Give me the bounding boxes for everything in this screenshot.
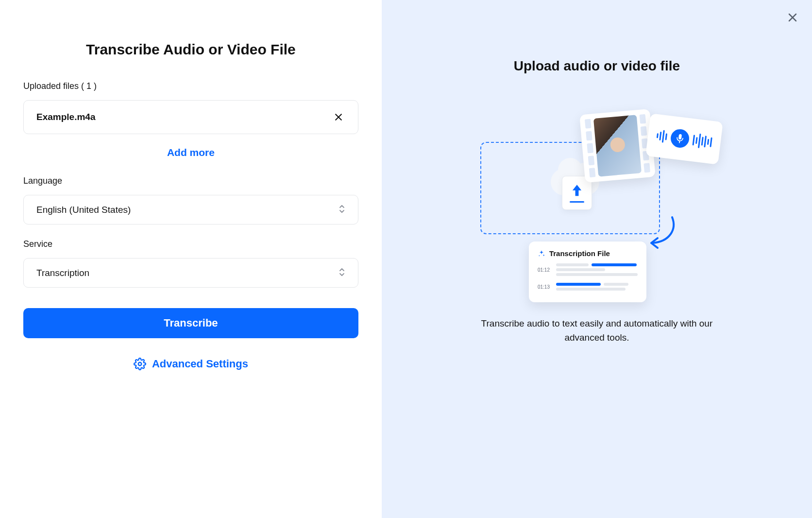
sparkle-icon — [538, 250, 545, 258]
advanced-settings-label: Advanced Settings — [152, 358, 248, 370]
transcription-card-title: Transcription File — [549, 249, 610, 258]
service-label: Service — [23, 239, 358, 249]
uploaded-file-row: Example.m4a — [23, 100, 358, 134]
close-icon — [787, 12, 798, 23]
transcribe-button[interactable]: Transcribe — [23, 308, 358, 338]
uploaded-files-label: Uploaded files ( 1 ) — [23, 81, 358, 91]
video-thumbnail-card — [579, 109, 656, 183]
advanced-settings-button[interactable]: Advanced Settings — [23, 358, 358, 370]
form-panel: Transcribe Audio or Video File Uploaded … — [0, 0, 382, 518]
upload-arrow-icon — [570, 184, 584, 199]
info-description: Transcribe audio to text easily and auto… — [471, 317, 723, 345]
timestamp: 01:12 — [538, 267, 551, 273]
language-select[interactable]: English (United States) — [23, 195, 358, 224]
uploaded-files-label-text: Uploaded files — [23, 81, 79, 91]
microphone-icon — [670, 128, 690, 149]
service-select-value: Transcription — [36, 268, 89, 278]
waveform-left — [656, 129, 668, 143]
transcription-output-card: Transcription File 01:12 01:13 — [529, 242, 646, 302]
timestamp: 01:13 — [538, 284, 551, 290]
waveform-right — [692, 133, 712, 150]
page-title: Transcribe Audio or Video File — [23, 41, 358, 58]
curved-arrow-icon — [645, 215, 679, 254]
info-panel: Upload audio or video file — [382, 0, 812, 518]
gear-icon — [134, 358, 146, 370]
upload-illustration: Transcription File 01:12 01:13 — [480, 103, 713, 297]
close-icon — [334, 112, 343, 122]
chevron-sort-icon — [338, 204, 345, 215]
chevron-sort-icon — [338, 267, 345, 278]
svg-rect-5 — [678, 134, 682, 140]
uploaded-file-name: Example.m4a — [36, 112, 95, 122]
uploaded-files-count: 1 — [86, 81, 91, 91]
svg-point-2 — [138, 363, 142, 366]
audio-waveform-card — [645, 113, 723, 165]
close-modal-button[interactable] — [787, 12, 798, 23]
language-select-value: English (United States) — [36, 205, 131, 215]
language-label: Language — [23, 176, 358, 186]
remove-file-button[interactable] — [332, 110, 345, 124]
add-more-button[interactable]: Add more — [167, 147, 215, 158]
video-frame — [593, 115, 642, 176]
info-title: Upload audio or video file — [514, 58, 680, 74]
transcribe-modal: Transcribe Audio or Video File Uploaded … — [0, 0, 812, 518]
service-select[interactable]: Transcription — [23, 258, 358, 288]
